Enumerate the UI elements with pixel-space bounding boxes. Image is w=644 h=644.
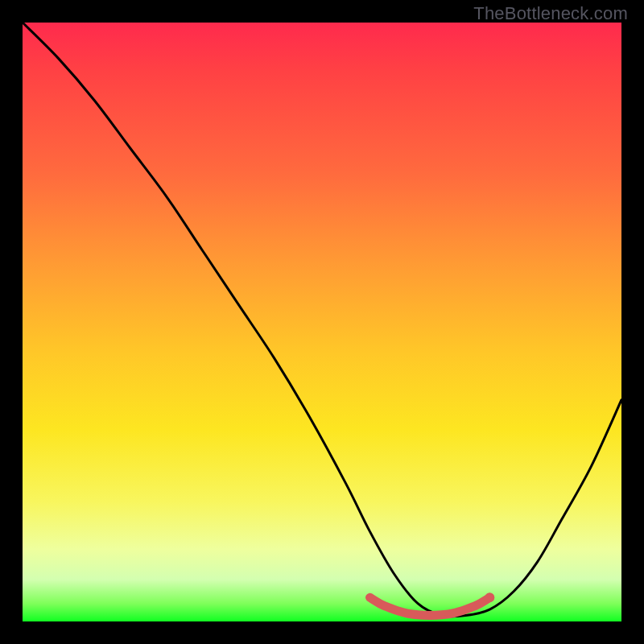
plot-area — [23, 23, 621, 621]
optimal-range-end-dot — [485, 592, 494, 602]
watermark-text: TheBottleneck.com — [473, 3, 628, 24]
curve-layer — [23, 23, 621, 621]
chart-frame: TheBottleneck.com — [0, 0, 644, 644]
optimal-range-highlight — [370, 597, 490, 615]
bottleneck-curve — [23, 23, 621, 617]
